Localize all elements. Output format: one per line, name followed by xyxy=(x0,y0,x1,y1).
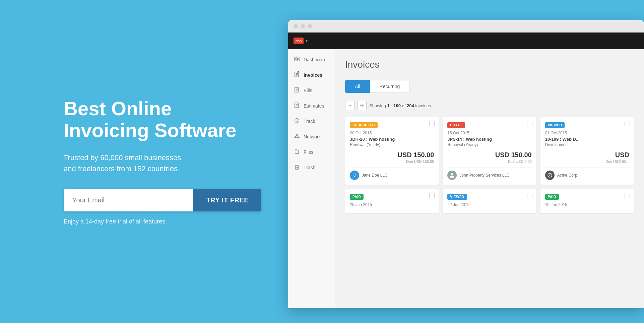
dashboard-icon xyxy=(294,56,300,63)
invoice-date: 10 Jun 2015 xyxy=(545,202,629,207)
logo-caret[interactable]: ▾ xyxy=(306,39,308,43)
invoice-client: A Acme Corp... xyxy=(545,168,629,180)
sidebar-item-bills[interactable]: Bills xyxy=(288,83,335,98)
sidebar-item-network[interactable]: Network xyxy=(288,129,335,144)
svg-line-21 xyxy=(295,135,297,137)
actions-gear-button[interactable] xyxy=(357,101,367,110)
showing-text: Showing 1 - 100 of 204 invoices xyxy=(369,103,431,108)
marketing-section: Best OnlineInvoicing Software Trusted by… xyxy=(0,98,288,225)
invoice-amount: USD 150.00 xyxy=(447,151,531,159)
svg-line-22 xyxy=(297,135,299,137)
chrome-dot-green xyxy=(308,24,312,28)
filter-tab-all[interactable]: All xyxy=(345,80,370,93)
status-badge: PAID xyxy=(545,194,559,200)
sidebar-label-estimates: Estimates xyxy=(304,103,324,109)
status-badge: VIEWED xyxy=(447,194,467,200)
sidebar-item-invoices[interactable]: + Invoices xyxy=(288,67,335,83)
client-avatar xyxy=(447,171,457,180)
svg-point-28 xyxy=(451,173,453,175)
invoice-area: Invoices All Recurring xyxy=(335,49,644,308)
invoice-card[interactable]: PAID 10 Jun 2015 xyxy=(540,189,634,213)
files-icon xyxy=(294,148,300,156)
invoice-checkbox[interactable] xyxy=(527,193,532,198)
invoice-date: 20 Oct 2015 xyxy=(350,131,434,135)
invoice-ref: JDH-20 : Web hosting xyxy=(350,137,434,142)
sidebar-item-estimates[interactable]: Estimates xyxy=(288,98,335,114)
email-input[interactable] xyxy=(64,189,193,211)
trash-icon xyxy=(294,164,300,171)
svg-rect-0 xyxy=(295,57,296,59)
invoice-card[interactable]: SCHEDULED 20 Oct 2015 JDH-20 : Web hosti… xyxy=(345,117,439,185)
invoice-card[interactable]: DRAFT 15 Oct 2015 JPS-14 : Web hosting R… xyxy=(443,117,536,185)
invoice-checkbox[interactable] xyxy=(429,121,435,126)
svg-text:A: A xyxy=(549,174,551,177)
svg-rect-1 xyxy=(297,57,299,59)
person-icon xyxy=(449,172,455,178)
invoice-grid: SCHEDULED 20 Oct 2015 JDH-20 : Web hosti… xyxy=(345,117,634,213)
hero-subtitle: Trusted by 60,000 small businesses and f… xyxy=(64,152,261,174)
filter-tabs: All Recurring xyxy=(345,80,634,93)
invoice-client: John Property Services LLC. xyxy=(447,168,531,180)
client-avatar: J xyxy=(350,171,359,180)
sidebar-label-invoices: Invoices xyxy=(304,72,322,78)
sidebar-label-bills: Bills xyxy=(304,88,312,93)
invoices-icon: + xyxy=(294,71,300,79)
invoice-checkbox[interactable] xyxy=(527,121,532,126)
app-logo[interactable]: anp xyxy=(294,38,304,44)
invoice-ref: 10-109 : Web D... xyxy=(545,137,629,142)
sidebar-item-track[interactable]: Track xyxy=(288,114,335,129)
signup-form: TRY IT FREE xyxy=(64,189,261,211)
client-name: John Property Services LLC. xyxy=(459,173,511,178)
invoices-heading: Invoices xyxy=(345,59,634,70)
filter-tab-recurring[interactable]: Recurring xyxy=(370,80,410,93)
invoice-checkbox[interactable] xyxy=(429,193,435,198)
chrome-dot-red xyxy=(294,24,298,28)
status-badge: PAID xyxy=(350,194,364,200)
svg-text:+: + xyxy=(298,72,299,73)
invoice-checkbox[interactable] xyxy=(625,121,630,126)
client-name: Jane Doe LLC xyxy=(362,173,388,178)
invoice-date: 01 Oct 2015 xyxy=(545,131,629,135)
sidebar-item-trash[interactable]: Trash xyxy=(288,160,335,175)
sidebar-item-files[interactable]: Files xyxy=(288,144,335,160)
client-avatar: A xyxy=(545,171,555,180)
invoice-desc: Renewal (Yearly) xyxy=(350,142,434,147)
invoice-ref: JPS-14 : Web hosting xyxy=(447,137,531,142)
invoice-desc: Renewal (Yearly) xyxy=(447,142,531,147)
acme-icon: A xyxy=(547,173,553,178)
sidebar-label-track: Track xyxy=(304,119,315,124)
svg-rect-3 xyxy=(298,59,299,61)
invoice-due: Due USD 60... xyxy=(545,159,629,164)
invoice-due: Due USD 150.00 xyxy=(350,159,434,164)
showing-bar: Showing 1 - 100 of 204 invoices xyxy=(345,101,634,110)
invoice-amount: USD xyxy=(545,151,629,159)
invoice-date: 15 Oct 2015 xyxy=(447,131,531,135)
sidebar: Dashboard + Invoices xyxy=(288,49,335,308)
try-free-button[interactable]: TRY IT FREE xyxy=(193,189,261,211)
sidebar-label-network: Network xyxy=(304,134,321,139)
status-badge: DRAFT xyxy=(447,122,465,128)
sidebar-label-dashboard: Dashboard xyxy=(304,57,327,62)
app-window: anp ▾ Dashboard xyxy=(288,20,644,308)
invoice-date: 22 Jun 2015 xyxy=(447,202,531,207)
invoice-checkbox[interactable] xyxy=(625,193,630,198)
hero-title: Best OnlineInvoicing Software xyxy=(64,98,261,141)
window-chrome xyxy=(288,20,644,33)
track-icon xyxy=(294,118,300,125)
bills-icon xyxy=(294,87,300,94)
status-badge: SCHEDULED xyxy=(350,122,378,128)
estimates-icon xyxy=(294,102,300,110)
sidebar-item-dashboard[interactable]: Dashboard xyxy=(288,52,335,67)
chrome-dot-yellow xyxy=(301,24,305,28)
trial-note: Enjoy a 14-day free trial of all feature… xyxy=(64,218,261,225)
invoice-desc: Development xyxy=(545,142,629,147)
invoice-card[interactable]: PAID 25 Jun 2015 xyxy=(345,189,439,213)
invoice-card[interactable]: VIEWED 01 Oct 2015 10-109 : Web D... Dev… xyxy=(540,117,634,185)
invoice-card[interactable]: VIEWED 22 Jun 2015 xyxy=(443,189,536,213)
status-badge: VIEWED xyxy=(545,122,565,128)
top-nav: anp ▾ xyxy=(288,33,644,49)
svg-rect-24 xyxy=(296,166,299,169)
gear-icon xyxy=(360,104,364,108)
select-all-checkbox[interactable] xyxy=(345,101,355,110)
invoice-amount: USD 150.00 xyxy=(350,151,434,159)
